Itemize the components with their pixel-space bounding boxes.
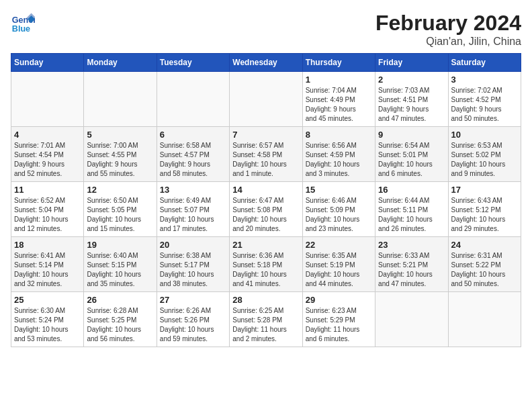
day-number: 12 [87,185,153,195]
day-header-wednesday: Wednesday [230,54,302,72]
day-header-monday: Monday [84,54,157,72]
day-number: 28 [232,295,299,305]
day-info: Sunrise: 7:00 AMSunset: 4:55 PMDaylight:… [87,141,153,179]
day-info: Sunrise: 7:04 AMSunset: 4:49 PMDaylight:… [306,86,372,124]
day-number: 4 [14,130,81,140]
day-number: 27 [160,295,226,305]
day-number: 3 [451,75,518,85]
calendar-cell: 5Sunrise: 7:00 AMSunset: 4:55 PMDaylight… [84,127,157,182]
day-info: Sunrise: 6:33 AMSunset: 5:21 PMDaylight:… [378,251,445,289]
day-number: 13 [160,185,226,195]
day-number: 23 [378,240,445,250]
day-info: Sunrise: 6:53 AMSunset: 5:02 PMDaylight:… [451,141,518,179]
calendar-cell: 15Sunrise: 6:46 AMSunset: 5:09 PMDayligh… [302,182,375,237]
title-block: February 2024 Qian'an, Jilin, China [375,11,521,48]
calendar-week-2: 4Sunrise: 7:01 AMSunset: 4:54 PMDaylight… [11,127,521,182]
calendar-cell: 16Sunrise: 6:44 AMSunset: 5:11 PMDayligh… [375,182,448,237]
calendar-cell: 12Sunrise: 6:50 AMSunset: 5:05 PMDayligh… [84,182,157,237]
logo: General Blue [11,11,35,35]
calendar-week-1: 1Sunrise: 7:04 AMSunset: 4:49 PMDaylight… [11,72,521,127]
calendar-cell: 6Sunrise: 6:58 AMSunset: 4:57 PMDaylight… [157,127,229,182]
day-number: 20 [160,240,226,250]
calendar-cell: 23Sunrise: 6:33 AMSunset: 5:21 PMDayligh… [375,237,448,292]
day-header-saturday: Saturday [448,54,521,72]
day-info: Sunrise: 7:02 AMSunset: 4:52 PMDaylight:… [451,86,518,124]
calendar-cell [157,72,229,127]
day-info: Sunrise: 6:28 AMSunset: 5:25 PMDaylight:… [87,306,153,344]
calendar-cell: 14Sunrise: 6:47 AMSunset: 5:08 PMDayligh… [230,182,302,237]
day-info: Sunrise: 6:25 AMSunset: 5:28 PMDaylight:… [232,306,299,344]
day-number: 16 [378,185,445,195]
subtitle: Qian'an, Jilin, China [375,36,521,48]
calendar-week-4: 18Sunrise: 6:41 AMSunset: 5:14 PMDayligh… [11,237,521,292]
calendar-cell [84,72,157,127]
calendar-cell [11,72,84,127]
calendar-cell: 10Sunrise: 6:53 AMSunset: 5:02 PMDayligh… [448,127,521,182]
day-info: Sunrise: 6:46 AMSunset: 5:09 PMDaylight:… [306,196,372,234]
calendar-cell: 21Sunrise: 6:36 AMSunset: 5:18 PMDayligh… [230,237,302,292]
calendar-cell: 29Sunrise: 6:23 AMSunset: 5:29 PMDayligh… [302,292,375,347]
day-info: Sunrise: 6:40 AMSunset: 5:15 PMDaylight:… [87,251,153,289]
day-number: 22 [306,240,372,250]
logo-icon: General Blue [11,11,35,35]
calendar-cell: 2Sunrise: 7:03 AMSunset: 4:51 PMDaylight… [375,72,448,127]
day-number: 25 [14,295,81,305]
day-info: Sunrise: 6:47 AMSunset: 5:08 PMDaylight:… [232,196,299,234]
calendar-cell [230,72,302,127]
calendar-cell [375,292,448,347]
day-number: 17 [451,185,518,195]
calendar-cell: 7Sunrise: 6:57 AMSunset: 4:58 PMDaylight… [230,127,302,182]
calendar-cell: 25Sunrise: 6:30 AMSunset: 5:24 PMDayligh… [11,292,84,347]
day-number: 5 [87,130,153,140]
day-info: Sunrise: 6:50 AMSunset: 5:05 PMDaylight:… [87,196,153,234]
day-header-friday: Friday [375,54,448,72]
calendar-cell: 26Sunrise: 6:28 AMSunset: 5:25 PMDayligh… [84,292,157,347]
calendar-cell: 17Sunrise: 6:43 AMSunset: 5:12 PMDayligh… [448,182,521,237]
calendar-cell: 9Sunrise: 6:54 AMSunset: 5:01 PMDaylight… [375,127,448,182]
calendar-cell: 11Sunrise: 6:52 AMSunset: 5:04 PMDayligh… [11,182,84,237]
calendar-table: SundayMondayTuesdayWednesdayThursdayFrid… [11,53,521,347]
day-info: Sunrise: 6:23 AMSunset: 5:29 PMDaylight:… [306,306,372,344]
day-number: 26 [87,295,153,305]
calendar-cell: 4Sunrise: 7:01 AMSunset: 4:54 PMDaylight… [11,127,84,182]
day-number: 10 [451,130,518,140]
day-info: Sunrise: 6:54 AMSunset: 5:01 PMDaylight:… [378,141,445,179]
calendar-cell: 1Sunrise: 7:04 AMSunset: 4:49 PMDaylight… [302,72,375,127]
day-number: 21 [232,240,299,250]
day-number: 11 [14,185,81,195]
day-header-thursday: Thursday [302,54,375,72]
day-info: Sunrise: 6:57 AMSunset: 4:58 PMDaylight:… [232,141,299,179]
day-info: Sunrise: 6:41 AMSunset: 5:14 PMDaylight:… [14,251,81,289]
day-number: 7 [232,130,299,140]
day-info: Sunrise: 6:56 AMSunset: 4:59 PMDaylight:… [306,141,372,179]
calendar-cell: 8Sunrise: 6:56 AMSunset: 4:59 PMDaylight… [302,127,375,182]
calendar-cell: 27Sunrise: 6:26 AMSunset: 5:26 PMDayligh… [157,292,229,347]
calendar-cell: 24Sunrise: 6:31 AMSunset: 5:22 PMDayligh… [448,237,521,292]
day-header-sunday: Sunday [11,54,84,72]
day-number: 19 [87,240,153,250]
day-number: 24 [451,240,518,250]
page-header: General Blue February 2024 Qian'an, Jili… [11,11,521,48]
day-number: 18 [14,240,81,250]
day-info: Sunrise: 6:30 AMSunset: 5:24 PMDaylight:… [14,306,81,344]
day-info: Sunrise: 6:49 AMSunset: 5:07 PMDaylight:… [160,196,226,234]
calendar-body: 1Sunrise: 7:04 AMSunset: 4:49 PMDaylight… [11,72,521,347]
calendar-week-3: 11Sunrise: 6:52 AMSunset: 5:04 PMDayligh… [11,182,521,237]
day-number: 8 [306,130,372,140]
svg-text:Blue: Blue [12,24,30,34]
day-info: Sunrise: 6:44 AMSunset: 5:11 PMDaylight:… [378,196,445,234]
day-info: Sunrise: 6:38 AMSunset: 5:17 PMDaylight:… [160,251,226,289]
day-info: Sunrise: 7:01 AMSunset: 4:54 PMDaylight:… [14,141,81,179]
calendar-cell: 18Sunrise: 6:41 AMSunset: 5:14 PMDayligh… [11,237,84,292]
day-number: 9 [378,130,445,140]
day-info: Sunrise: 6:35 AMSunset: 5:19 PMDaylight:… [306,251,372,289]
main-title: February 2024 [375,11,521,36]
calendar-cell: 3Sunrise: 7:02 AMSunset: 4:52 PMDaylight… [448,72,521,127]
day-number: 1 [306,75,372,85]
day-info: Sunrise: 6:31 AMSunset: 5:22 PMDaylight:… [451,251,518,289]
day-info: Sunrise: 6:58 AMSunset: 4:57 PMDaylight:… [160,141,226,179]
day-info: Sunrise: 6:43 AMSunset: 5:12 PMDaylight:… [451,196,518,234]
day-number: 14 [232,185,299,195]
calendar-cell: 13Sunrise: 6:49 AMSunset: 5:07 PMDayligh… [157,182,229,237]
calendar-header: SundayMondayTuesdayWednesdayThursdayFrid… [11,54,521,72]
